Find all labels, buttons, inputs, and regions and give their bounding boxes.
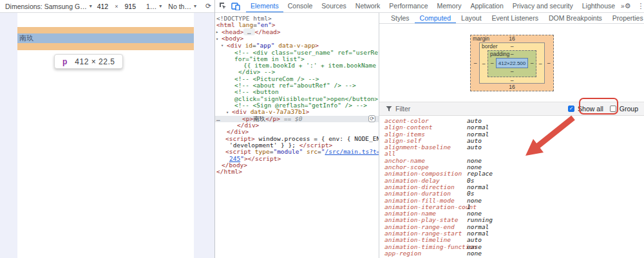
reveal-adorner-icon[interactable]: ⟳: [368, 115, 375, 122]
devtools-window: Dimensions: Samsung G… ▾ 412 × 915 1… ▾ …: [0, 0, 644, 258]
size-tooltip: p 412 × 22.5: [54, 54, 123, 69]
chevron-down-icon: ▾: [90, 3, 92, 9]
expand-open-icon[interactable]: ▾: [216, 36, 222, 42]
group-checkbox[interactable]: [610, 106, 616, 112]
property-name: alignment-baseline: [384, 144, 467, 151]
highlighted-element[interactable]: 南玖: [17, 33, 194, 43]
viewport-width-input[interactable]: 412: [96, 3, 110, 10]
chevron-down-icon: ▾: [159, 3, 162, 9]
filter-funnel-icon: [386, 106, 392, 112]
property-value: none: [467, 250, 482, 257]
box-model-padding[interactable]: padding ‒ ‒ 412×22.500 ‒ ‒: [488, 50, 536, 77]
computed-property-row[interactable]: align-itemsnormal: [384, 131, 644, 138]
devtools-panel: ElementsConsoleSourcesNetworkPerformance…: [214, 0, 644, 258]
margin-bottom-value: 16: [471, 84, 553, 91]
tab-dom-breakpoints[interactable]: DOM Breakpoints: [544, 13, 607, 24]
devtools-menu-icon[interactable]: ⋮: [638, 2, 644, 10]
expand-open-icon[interactable]: ▾: [221, 42, 227, 49]
gutter-dots-icon[interactable]: …: [216, 116, 221, 122]
settings-gear-icon[interactable]: ⚙: [625, 2, 631, 10]
padding-label: padding: [490, 51, 509, 58]
tab-layout[interactable]: Layout: [456, 13, 487, 24]
tab-lighthouse[interactable]: Lighthouse: [578, 0, 620, 13]
dom-node[interactable]: </html>: [215, 169, 379, 175]
box-model-margin[interactable]: margin 16 ‒ border ‒ ‒: [470, 35, 554, 91]
zoom-select[interactable]: 1…: [146, 3, 156, 10]
filter-input[interactable]: Filter: [395, 105, 410, 113]
padding-bottom-value: ‒: [488, 68, 536, 75]
tab-elements[interactable]: Elements: [246, 0, 283, 13]
show-all-toggle[interactable]: ✓ Show all: [568, 105, 603, 113]
throttling-select[interactable]: No th…: [168, 3, 191, 10]
device-toolbar-toggle-icon[interactable]: [231, 2, 241, 11]
tab-event-listeners[interactable]: Event Listeners: [487, 13, 544, 24]
box-model-content[interactable]: 412×22.500: [496, 58, 528, 68]
padding-top-value: ‒: [511, 51, 514, 57]
viewport-height-input[interactable]: 915: [123, 3, 137, 10]
computed-sidebar: StylesComputedLayoutEvent ListenersDOM B…: [379, 13, 644, 258]
computed-property-row[interactable]: alignment-baselineauto: [384, 144, 644, 151]
padding-left-value: ‒: [488, 60, 496, 66]
show-all-label: Show all: [578, 105, 603, 113]
margin-right-value: ‒: [545, 60, 553, 66]
computed-properties-list: accent-colorautoalign-contentnormalalign…: [379, 116, 644, 257]
device-preview-area: Dimensions: Samsung G… ▾ 412 × 915 1… ▾ …: [0, 0, 214, 258]
group-toggle[interactable]: Group: [610, 105, 638, 113]
device-dimensions-select[interactable]: Dimensions: Samsung G…: [5, 3, 87, 10]
box-model: margin 16 ‒ border ‒ ‒: [379, 24, 644, 102]
dimensions-separator: ×: [115, 3, 118, 10]
tab-sources[interactable]: Sources: [317, 0, 351, 13]
tab-application[interactable]: Application: [466, 0, 507, 13]
border-label: border: [482, 43, 498, 50]
chevron-down-icon: ▾: [194, 3, 196, 9]
border-left-value: ‒: [480, 60, 488, 67]
computed-property-row[interactable]: app-regionnone: [384, 250, 644, 257]
page-viewport: 南玖 p 412 × 22.5: [0, 13, 214, 258]
margin-top-value: 16: [509, 35, 515, 42]
device-toolbar: Dimensions: Samsung G… ▾ 412 × 915 1… ▾ …: [0, 0, 214, 13]
expand-closed-icon[interactable]: ▸: [216, 29, 222, 35]
property-name: app-region: [384, 250, 467, 257]
tab-network[interactable]: Network: [351, 0, 385, 13]
computed-filter-bar: Filter ✓ Show all Group: [379, 102, 644, 116]
expand-open-icon[interactable]: ▾: [226, 109, 232, 116]
tab-properties[interactable]: Properties: [607, 13, 644, 24]
tab-styles[interactable]: Styles: [386, 13, 415, 24]
rendered-page[interactable]: 南玖 p 412 × 22.5: [17, 13, 194, 258]
tooltip-tag-name: p: [62, 57, 67, 66]
tab-computed[interactable]: Computed: [415, 13, 456, 24]
margin-left-value: ‒: [471, 60, 479, 66]
box-model-border[interactable]: border ‒ ‒ padding ‒: [479, 42, 545, 84]
border-right-value: ‒: [536, 60, 544, 67]
inspect-element-icon[interactable]: [218, 2, 228, 11]
main-tabs: ElementsConsoleSourcesNetworkPerformance…: [246, 0, 620, 13]
computed-property-row[interactable]: animation-timing-functionease: [384, 244, 644, 250]
highlight-margin-top: [17, 27, 194, 33]
sidebar-tabs: StylesComputedLayoutEvent ListenersDOM B…: [379, 13, 644, 24]
tab-console[interactable]: Console: [283, 0, 317, 13]
group-label: Group: [620, 105, 638, 113]
devtools-main-tabbar: ElementsConsoleSourcesNetworkPerformance…: [215, 0, 644, 13]
padding-right-value: ‒: [528, 60, 536, 66]
devtools-controls: ⚙ ⋮ ✕: [625, 2, 644, 10]
rotate-viewport-icon[interactable]: ⟳: [205, 2, 211, 10]
tab-memory[interactable]: Memory: [432, 0, 466, 13]
show-all-checkbox[interactable]: ✓: [568, 106, 574, 112]
tab-performance[interactable]: Performance: [384, 0, 432, 13]
border-top-value: ‒: [511, 43, 514, 50]
elements-dom-tree: <!DOCTYPE html><html lang="en">▸<head> ……: [215, 13, 379, 258]
highlight-margin-bottom: [17, 43, 194, 50]
tab-privacy-and-security[interactable]: Privacy and security: [508, 0, 578, 13]
property-value: auto: [467, 143, 482, 151]
margin-label: margin: [473, 35, 489, 42]
tooltip-dimensions: 412 × 22.5: [75, 57, 115, 66]
